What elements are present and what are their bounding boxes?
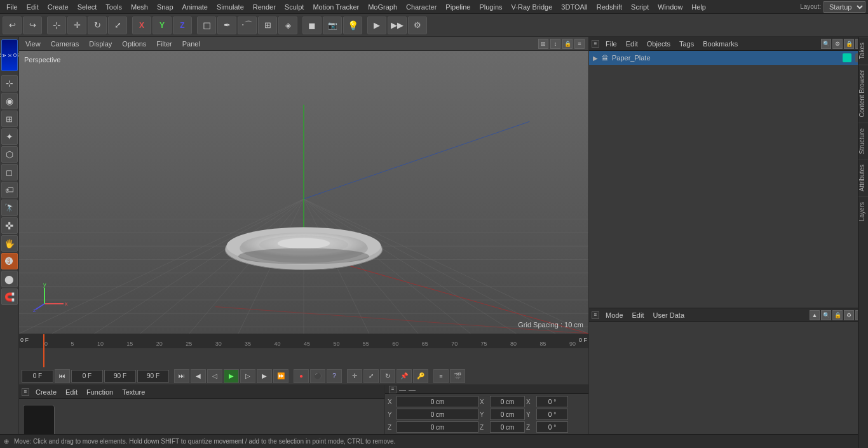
render-tp-btn[interactable]: 🎬 [450, 369, 465, 383]
attr-search-icon[interactable]: 🔍 [821, 310, 831, 320]
menu-motion-tracker[interactable]: Motion Tracker [309, 2, 363, 12]
pen-tool[interactable]: ✒ [217, 17, 236, 34]
axis-x-button[interactable]: X [132, 17, 151, 34]
end-frame-input[interactable] [104, 370, 136, 383]
vp-menu-icon[interactable]: ≡ [574, 39, 585, 49]
motion-clip-btn[interactable]: ≡ [433, 369, 449, 383]
sidebar-paint-btn[interactable]: 🅢 [1, 253, 18, 269]
timeline-track[interactable] [19, 348, 588, 367]
menu-select[interactable]: Select [74, 2, 101, 12]
prev-keyframe-btn[interactable]: ⏮ [55, 369, 70, 383]
step-fwd-btn[interactable]: ▷ [240, 369, 255, 383]
sidebar-uv-btn[interactable]: ◉ [1, 93, 18, 109]
render-settings-button[interactable]: ⚙ [408, 17, 427, 34]
vp-menu-options[interactable]: Options [119, 39, 149, 49]
axis-z-button[interactable]: Z [173, 17, 192, 34]
size-x-input[interactable] [490, 396, 525, 407]
menu-script[interactable]: Script [627, 2, 653, 12]
step-back-btn[interactable]: ◀ [191, 369, 206, 383]
menu-render[interactable]: Render [249, 2, 280, 12]
sidebar-deform-btn[interactable]: ✦ [1, 128, 18, 145]
move-tool-tp[interactable]: ✛ [347, 369, 362, 383]
vtab-attributes[interactable]: Attributes [858, 159, 868, 196]
redo-button[interactable]: ↪ [23, 17, 42, 34]
pos-y-input[interactable] [397, 409, 478, 420]
play-btn[interactable]: ▶ [224, 369, 239, 383]
sidebar-snap-btn[interactable]: 🧲 [1, 288, 18, 305]
menu-edit[interactable]: Edit [23, 2, 43, 12]
pin-btn[interactable]: 📌 [397, 369, 412, 383]
selection-tool[interactable]: ⊹ [47, 17, 66, 34]
cube-button[interactable]: ◼ [302, 17, 322, 34]
menu-window[interactable]: Window [654, 2, 686, 12]
rotate-tool-tp[interactable]: ↻ [380, 369, 395, 383]
obj-search-icon[interactable]: 🔍 [821, 39, 831, 49]
sidebar-weight-btn[interactable]: ⬤ [1, 271, 18, 287]
pos-z-input[interactable] [397, 421, 478, 433]
vp-menu-panel[interactable]: Panel [180, 39, 203, 49]
obj-config-icon[interactable]: ⚙ [832, 39, 843, 49]
size-y-input[interactable] [490, 409, 525, 420]
menu-3dtoall[interactable]: 3DTOAll [557, 2, 591, 12]
extrude-tool[interactable]: ⊞ [258, 17, 277, 34]
attr-up-icon[interactable]: ▲ [810, 310, 820, 320]
vtab-content-browser[interactable]: Content Browser [858, 64, 868, 122]
obj-menu-objects[interactable]: Objects [644, 39, 673, 49]
vtab-takes[interactable]: Takes [858, 37, 868, 64]
rot-z-input[interactable] [536, 421, 568, 433]
auto-key-btn[interactable]: ⚫ [310, 369, 325, 383]
menu-sculpt[interactable]: Sculpt [281, 2, 308, 12]
mat-menu-texture[interactable]: Texture [119, 387, 147, 397]
camera-button[interactable]: 📷 [323, 17, 342, 34]
light-button[interactable]: 💡 [343, 17, 362, 34]
vp-menu-display[interactable]: Display [86, 39, 114, 49]
menu-snap[interactable]: Snap [153, 2, 177, 12]
start-frame-input[interactable] [71, 370, 103, 383]
obj-menu-bookmarks[interactable]: Bookmarks [700, 39, 740, 49]
menu-pipeline[interactable]: Pipeline [442, 2, 474, 12]
object-row-paper-plate[interactable]: ▶ 🏛 Paper_Plate [589, 51, 868, 65]
mat-menu-function[interactable]: Function [84, 387, 116, 397]
vtab-structure[interactable]: Structure [858, 123, 868, 160]
viewport-3d[interactable]: Perspective Grid Spacing : 10 cm x y z [19, 51, 588, 334]
menu-file[interactable]: File [3, 2, 22, 12]
vtab-layers[interactable]: Layers [858, 196, 868, 226]
obj-menu-edit[interactable]: Edit [623, 39, 641, 49]
sidebar-sculpt-btn[interactable]: 🖐 [1, 235, 18, 252]
attr-menu-userdata[interactable]: User Data [651, 310, 688, 320]
help-btn[interactable]: ? [327, 369, 342, 383]
sidebar-move-btn[interactable]: ✜ [1, 217, 18, 234]
menu-mesh[interactable]: Mesh [127, 2, 152, 12]
key-btn[interactable]: 🔑 [413, 369, 428, 383]
vp-maximize-icon[interactable]: ⊞ [538, 39, 548, 49]
menu-tools[interactable]: Tools [102, 2, 126, 12]
obj-menu-file[interactable]: File [603, 39, 620, 49]
vp-menu-cameras[interactable]: Cameras [48, 39, 82, 49]
menu-mograph[interactable]: MoGraph [364, 2, 401, 12]
rot-x-input[interactable] [536, 396, 568, 407]
scale-tool[interactable]: ⤢ [108, 17, 127, 34]
rotate-tool[interactable]: ↻ [88, 17, 107, 34]
sidebar-camera-btn[interactable]: 🔭 [1, 200, 18, 216]
layout-dropdown[interactable]: Startup [824, 1, 865, 13]
vp-expand-icon[interactable]: ↕ [550, 39, 560, 49]
sidebar-cube-btn[interactable]: ◻ [1, 164, 18, 180]
layout-selector[interactable]: Layout: Startup [800, 1, 865, 13]
vp-lock-icon[interactable]: 🔒 [562, 39, 573, 49]
obj-menu-tags[interactable]: Tags [677, 39, 696, 49]
menu-help[interactable]: Help [688, 2, 710, 12]
render-view-button[interactable]: ▶ [367, 17, 386, 34]
move-tool[interactable]: ✛ [67, 17, 86, 34]
spline-tool[interactable]: ⋅⌒ [238, 17, 257, 34]
loop-cut-tool[interactable]: ◈ [278, 17, 297, 34]
step-fwd2-btn[interactable]: ▶ [257, 369, 272, 383]
render-button[interactable]: ▶▶ [388, 17, 407, 34]
mat-menu-edit[interactable]: Edit [63, 387, 80, 397]
menu-redshift[interactable]: Redshift [593, 2, 626, 12]
size-z-input[interactable] [490, 421, 525, 433]
menu-create[interactable]: Create [44, 2, 72, 12]
sidebar-modeling-btn[interactable]: ⊹ [1, 75, 18, 92]
step-back2-btn[interactable]: ◁ [207, 369, 222, 383]
attr-config-icon[interactable]: ⚙ [844, 310, 854, 320]
end-frame2-input[interactable] [137, 370, 169, 383]
